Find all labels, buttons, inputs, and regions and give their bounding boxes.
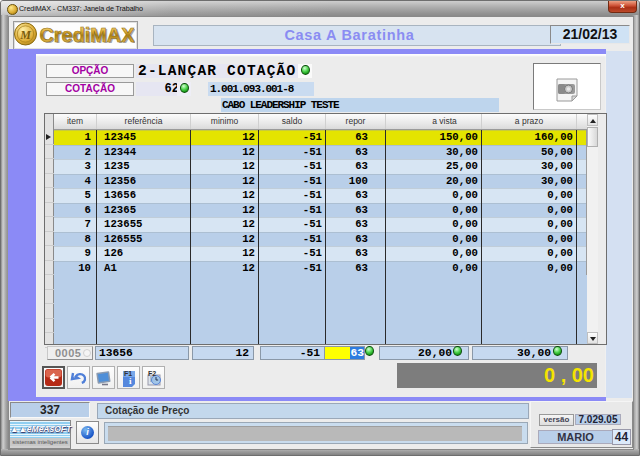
svg-text:CrediMAX: CrediMAX bbox=[40, 23, 135, 46]
svg-text:M: M bbox=[19, 28, 31, 42]
svg-text:F2: F2 bbox=[148, 370, 156, 377]
